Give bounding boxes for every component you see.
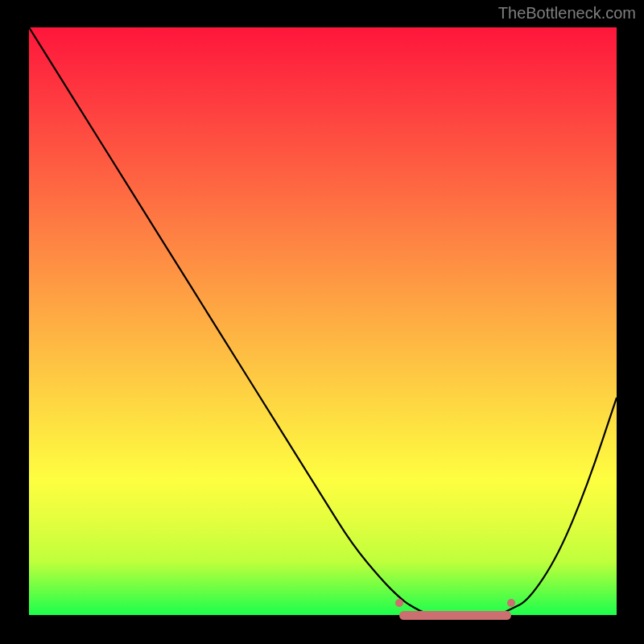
chart-line: [29, 27, 617, 615]
trough-right-dot: [507, 599, 515, 607]
chart-plot-area: [29, 27, 617, 615]
watermark-text: TheBottleneck.com: [498, 4, 636, 23]
trough-highlight-band: [399, 611, 511, 620]
